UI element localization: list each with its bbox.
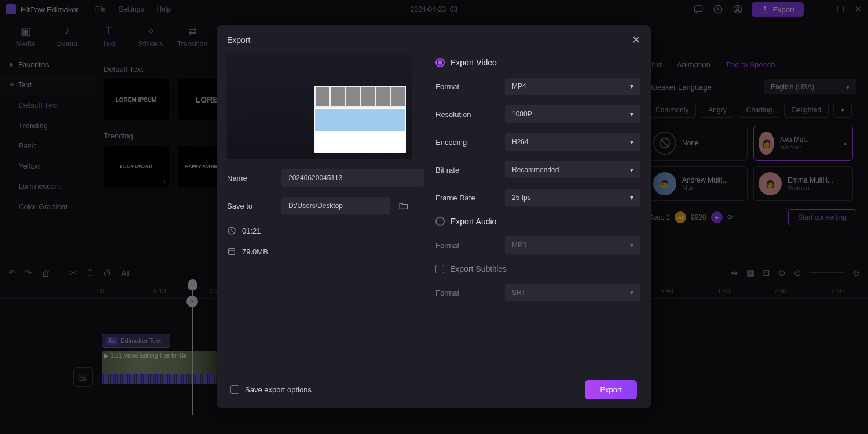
filesize-value: 79.0MB	[242, 247, 268, 256]
checkbox-icon	[230, 385, 239, 394]
radio-off-icon	[435, 217, 445, 226]
export-preview	[227, 54, 412, 159]
folder-browse-icon[interactable]	[398, 200, 409, 211]
modal-title: Export	[227, 35, 250, 45]
filesize-icon	[227, 247, 236, 256]
export-subtitles-checkbox[interactable]: Export Subtitles	[435, 264, 640, 273]
checkbox-icon	[435, 265, 444, 273]
chevron-down-icon: ▾	[630, 110, 633, 118]
bitrate-select[interactable]: Recommended▾	[505, 161, 640, 178]
encoding-label: Encoding	[435, 138, 505, 147]
chevron-down-icon: ▾	[630, 289, 633, 297]
name-label: Name	[227, 174, 273, 183]
bitrate-label: Bit rate	[435, 166, 505, 174]
chevron-down-icon: ▾	[630, 82, 633, 90]
framerate-label: Frame Rate	[435, 194, 505, 202]
format-label: Format	[435, 82, 505, 91]
framerate-select[interactable]: 25 fps▾	[505, 189, 640, 206]
resolution-label: Resolution	[435, 110, 505, 119]
export-confirm-button[interactable]: Export	[585, 380, 637, 399]
resolution-select[interactable]: 1080P▾	[505, 105, 640, 123]
audio-format-select: MP3▾	[505, 236, 640, 254]
svg-rect-8	[229, 249, 235, 255]
saveto-label: Save to	[227, 202, 273, 210]
chevron-down-icon: ▾	[630, 194, 633, 202]
saveto-input[interactable]: D:/Users/Desktop	[281, 197, 390, 214]
sub-format-label: Format	[435, 289, 505, 297]
save-export-options-checkbox[interactable]: Save export options	[230, 385, 312, 394]
chevron-down-icon: ▾	[630, 166, 633, 174]
video-format-select[interactable]: MP4▾	[505, 78, 640, 95]
modal-close-icon[interactable]: ✕	[632, 34, 640, 46]
chevron-down-icon: ▾	[630, 138, 633, 146]
clock-icon	[227, 226, 236, 235]
encoding-select[interactable]: H264▾	[505, 133, 640, 151]
duration-value: 01:21	[242, 227, 261, 235]
chevron-down-icon: ▾	[630, 241, 633, 249]
name-input[interactable]: 20240620045113	[281, 169, 424, 187]
export-modal: Export ✕ Name 20240620045113 Save to D:/…	[217, 25, 651, 408]
export-audio-radio[interactable]: Export Audio	[435, 217, 640, 226]
audio-format-label: Format	[435, 241, 505, 250]
radio-on-icon	[435, 58, 445, 67]
export-video-radio[interactable]: Export Video	[435, 58, 640, 67]
sub-format-select: SRT▾	[505, 284, 640, 301]
